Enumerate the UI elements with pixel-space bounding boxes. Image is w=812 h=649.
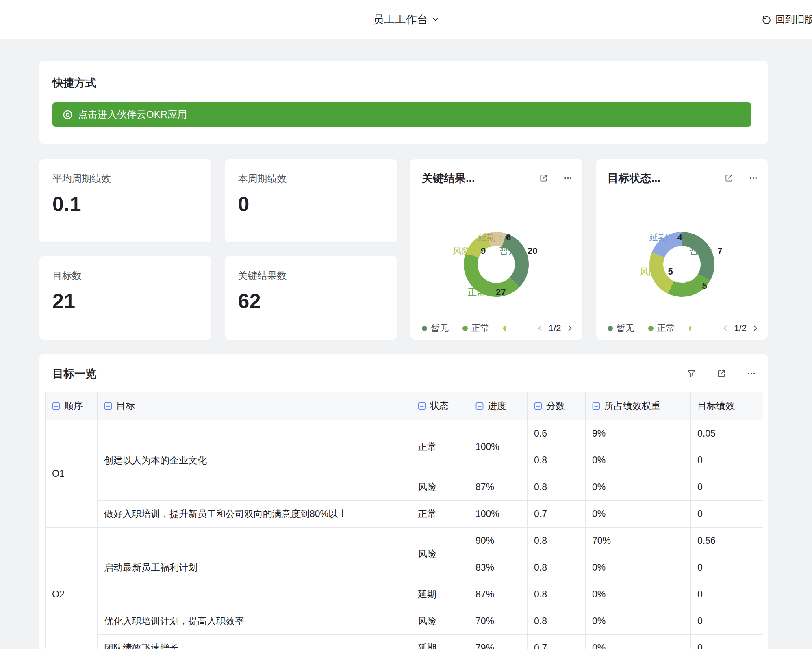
collapse-icon[interactable] (52, 402, 60, 410)
table-cell: 风险 (411, 528, 469, 581)
shortcuts-title: 快捷方式 (52, 76, 751, 90)
table-cell: 0.8 (528, 474, 586, 501)
dashboard-content: 快捷方式 点击进入伙伴云OKR应用 平均周期绩效 0.1 本周期绩效 0 目标数… (0, 39, 812, 649)
donut-chart[interactable] (633, 216, 731, 313)
more-options-icon[interactable] (563, 173, 573, 183)
stat-value: 21 (52, 290, 198, 313)
table-cell: 0.7 (528, 635, 586, 649)
table-cell: 正常 (411, 420, 469, 474)
stat-value: 0.1 (52, 193, 198, 216)
chart-card-header: 关键结果... (410, 159, 582, 197)
table-cell: 79% (469, 635, 528, 649)
table-row: 做好入职培训，提升新员工和公司双向的满意度到80%以上正常100%0.70%0 (46, 501, 763, 528)
legend-item-风险[interactable]: 风险 (503, 322, 506, 334)
collapse-icon[interactable] (418, 402, 426, 410)
stats-grid: 平均周期绩效 0.1 本周期绩效 0 目标数 21 关键结果数 62 关键结果.… (39, 159, 768, 340)
legend-item-暂无[interactable]: 暂无 (608, 322, 634, 334)
legend-label: 正常 (471, 322, 489, 334)
collapse-icon[interactable] (475, 402, 484, 410)
legend-dot (422, 326, 427, 331)
filter-icon[interactable] (686, 369, 696, 379)
prev-page-icon[interactable] (536, 324, 544, 332)
chart-title: 目标状态... (608, 171, 661, 186)
legend-label: 正常 (657, 322, 675, 334)
legend-item-风险[interactable]: 风险 (689, 322, 691, 334)
more-options-icon[interactable] (749, 173, 758, 183)
chart-card-header: 目标状态... (596, 159, 768, 197)
slice-label-正常: 正常：5 (674, 280, 707, 292)
column-header-label: 进度 (488, 400, 506, 412)
next-page-icon[interactable] (751, 324, 759, 332)
table-cell: 0% (586, 581, 691, 608)
table-cell: 0.6 (528, 420, 586, 447)
slice-label-暂无: 暂无：20 (499, 245, 537, 257)
donut-chart[interactable] (447, 216, 545, 313)
chart-card-actions (724, 173, 758, 183)
stat-card-current-cycle-performance: 本周期绩效 0 (225, 159, 397, 243)
objectives-card: 目标一览 顺序目标状态进度分数所占绩效权重目标绩效O1创建以人为本的企业文化正常… (39, 354, 768, 649)
next-page-icon[interactable] (566, 324, 573, 332)
table-cell: 0% (586, 501, 691, 528)
column-header-label: 目标 (116, 400, 135, 412)
okr-app-button[interactable]: 点击进入伙伴云OKR应用 (52, 102, 751, 127)
slice-label-延期: 延期：6 (478, 231, 511, 244)
legend-label: 暂无 (431, 322, 449, 334)
column-header: 所占绩效权重 (586, 392, 691, 420)
external-link-icon[interactable] (716, 369, 726, 379)
table-cell: 100% (469, 501, 528, 528)
table-cell: 0 (691, 581, 763, 608)
stat-label: 平均周期绩效 (52, 172, 198, 185)
table-cell: 100% (469, 420, 528, 474)
objectives-actions (686, 369, 756, 379)
table-cell: 启动最新员工福利计划 (98, 528, 411, 608)
table-cell: 0.7 (528, 501, 586, 528)
legend-label: 暂无 (617, 322, 634, 334)
objectives-title: 目标一览 (52, 366, 96, 381)
table-cell: 0 (691, 474, 763, 501)
collapse-icon[interactable] (534, 402, 542, 410)
shortcuts-card: 快捷方式 点击进入伙伴云OKR应用 (39, 61, 768, 144)
prev-page-icon[interactable] (722, 324, 729, 332)
slice-label-风险: 风险：5 (640, 266, 673, 278)
table-cell: 0.56 (691, 528, 763, 554)
external-link-icon[interactable] (724, 173, 734, 183)
legend-item-正常[interactable]: 正常 (648, 322, 675, 334)
external-link-icon[interactable] (539, 173, 548, 183)
legend-dot (462, 326, 468, 331)
table-cell: 0 (691, 501, 763, 528)
table-row: 团队绩效飞速增长延期79%0.70%0 (46, 635, 763, 649)
table-cell: 87% (469, 581, 528, 608)
legend-item-暂无[interactable]: 暂无 (422, 322, 449, 334)
table-cell: 风险 (411, 608, 469, 635)
back-to-old-version-label: 回到旧版 (775, 13, 812, 26)
legend-item-正常[interactable]: 正常 (462, 322, 489, 334)
more-options-icon[interactable] (747, 369, 756, 379)
table-cell: 0.05 (691, 420, 763, 447)
donut-chart-area: 暂无：20正常：27风险：9延期：6 (410, 197, 582, 317)
table-cell: 0% (586, 554, 691, 581)
back-to-old-version-link[interactable]: 回到旧版 (761, 0, 812, 39)
column-header: 目标绩效 (691, 392, 763, 420)
column-header: 目标 (98, 392, 411, 420)
table-row: 优化入职培训计划，提高入职效率风险70%0.80%0 (46, 608, 763, 635)
column-header-label: 所占绩效权重 (604, 400, 660, 412)
collapse-icon[interactable] (592, 402, 600, 410)
target-icon (62, 109, 73, 120)
workspace-switcher[interactable]: 员工工作台 (373, 12, 439, 27)
table-cell: 0% (586, 608, 691, 635)
table-cell: 0.8 (528, 447, 586, 474)
column-header-label: 目标绩效 (697, 400, 735, 412)
chart-pagination: 1/2 (536, 323, 573, 333)
divider (741, 174, 741, 183)
legend-dot (503, 326, 506, 331)
objective-status-card: 目标状态... 暂无：7正常：5风险：5延期：4 暂无正常风险延期 (596, 159, 769, 340)
stat-value: 62 (238, 290, 384, 313)
column-header: 状态 (411, 392, 469, 420)
table-row: O1创建以人为本的企业文化正常100%0.69%0.05 (46, 420, 763, 447)
table-cell: 0.8 (528, 528, 586, 554)
legend-dot (689, 326, 691, 331)
table-cell: 延期 (411, 635, 469, 649)
collapse-icon[interactable] (104, 402, 112, 410)
table-cell: 0 (691, 608, 763, 635)
table-cell: 创建以人为本的企业文化 (98, 420, 411, 501)
